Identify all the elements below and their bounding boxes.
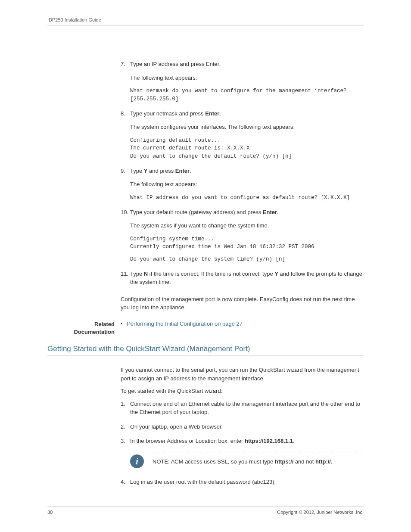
following-text: The system configures your interfaces. T… — [130, 123, 364, 131]
step-text: Log in as the user root with the default… — [130, 479, 276, 485]
step-text: Type an IP address and press Enter. — [130, 61, 221, 67]
copyright-text: Copyright © 2012, Juniper Networks, Inc. — [277, 510, 364, 515]
step-number: 7. — [121, 60, 125, 68]
step-number: 9. — [121, 167, 125, 175]
console-output: What netmask do you want to configure fo… — [130, 87, 364, 103]
page: IDP250 Installation Guide 7. Type an IP … — [0, 0, 411, 532]
completion-paragraph: Configuration of the management port is … — [121, 295, 364, 312]
doc-header: IDP250 Installation Guide — [47, 17, 364, 25]
procedure-list-b: 1. Connect one end of an Ethernet cable … — [121, 400, 364, 486]
step-11: 11. Type N if the time is correct. If th… — [121, 270, 364, 286]
console-output: Configuring default route... The current… — [130, 137, 364, 161]
step-number: 10. — [121, 208, 128, 217]
related-links: • Performing the Initial Configuration o… — [121, 320, 364, 336]
step-number: 3. — [121, 437, 125, 445]
lead-in: To get started with the QuickStart wizar… — [121, 387, 364, 395]
info-icon: i — [130, 454, 144, 468]
step-text: Type your netmask and press Enter. — [130, 110, 221, 117]
step-4: 4. Log in as the user root with the defa… — [121, 478, 364, 486]
step-number: 1. — [121, 400, 125, 408]
step-10: 10. Type your default route (gateway add… — [121, 208, 364, 264]
related-link[interactable]: Performing the Initial Configuration on … — [127, 320, 243, 327]
step-text: On your laptop, open a Web browser. — [130, 423, 223, 430]
console-output: Configuring system time... Currently con… — [130, 235, 364, 252]
note-text: NOTE: ACM access uses SSL, so you must t… — [153, 452, 364, 472]
step-8: 8. Type your netmask and press Enter. Th… — [121, 109, 364, 161]
step-7: 7. Type an IP address and press Enter. T… — [121, 60, 364, 103]
procedure-list-a: 7. Type an IP address and press Enter. T… — [121, 60, 364, 286]
related-documentation: RelatedDocumentation • Performing the In… — [47, 320, 364, 336]
step-text: Type N if the time is correct. If the ti… — [130, 271, 362, 286]
step-1: 1. Connect one end of an Ethernet cable … — [121, 400, 364, 417]
following-text: The following text appears: — [130, 180, 364, 189]
following-text: The system asks if you want to change th… — [130, 221, 364, 230]
step-text: Type your default route (gateway address… — [130, 209, 279, 215]
step-number: 4. — [121, 478, 125, 486]
step-9: 9. Type Y and press Enter. The following… — [121, 167, 364, 202]
step-number: 8. — [121, 109, 125, 118]
step-3: 3. In the browser Address or Location bo… — [121, 437, 364, 471]
bullet-icon: • — [121, 320, 123, 327]
page-footer: 30 Copyright © 2012, Juniper Networks, I… — [47, 507, 364, 515]
main-content: 7. Type an IP address and press Enter. T… — [121, 60, 364, 312]
section-heading: Getting Started with the QuickStart Wiza… — [47, 345, 364, 355]
intro-paragraph: If you cannot connect to the serial port… — [121, 366, 364, 383]
console-output: Do you want to change the system time? (… — [130, 255, 364, 264]
page-number: 30 — [47, 510, 53, 515]
step-text: In the browser Address or Location box, … — [130, 438, 295, 444]
step-number: 11. — [121, 270, 128, 278]
console-output: What IP address do you want to configure… — [130, 194, 364, 202]
step-text: Type Y and press Enter. — [130, 168, 191, 174]
step-text: Connect one end of an Ethernet cable to … — [130, 401, 360, 416]
following-text: The following text appears: — [130, 74, 364, 82]
step-number: 2. — [121, 423, 125, 431]
section-content: If you cannot connect to the serial port… — [121, 366, 364, 486]
step-2: 2. On your laptop, open a Web browser. — [121, 423, 364, 431]
related-label: RelatedDocumentation — [47, 320, 121, 336]
note-box: i NOTE: ACM access uses SSL, so you must… — [130, 452, 364, 472]
